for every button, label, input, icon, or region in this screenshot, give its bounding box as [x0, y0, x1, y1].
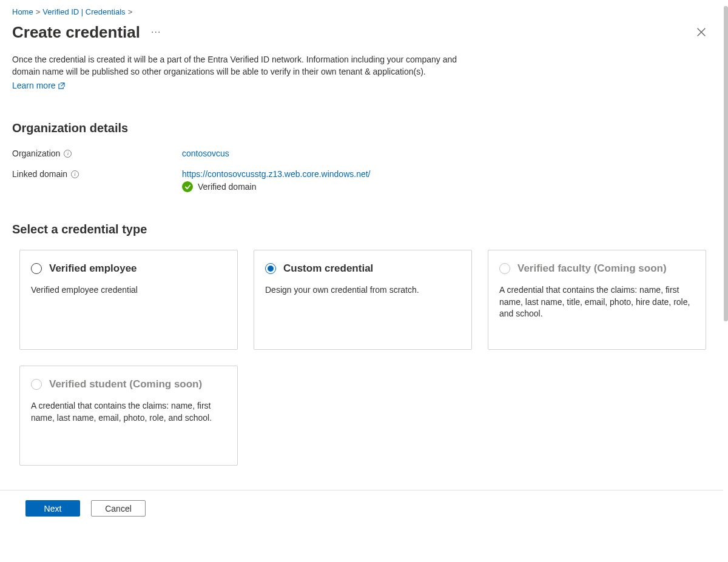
- org-label: Organization i: [12, 149, 182, 158]
- card-title: Verified student (Coming soon): [49, 378, 202, 390]
- verified-domain-status: Verified domain: [182, 181, 371, 192]
- org-label-text: Organization: [12, 149, 60, 158]
- footer-bar: Next Cancel: [0, 490, 723, 527]
- linked-domain-link[interactable]: https://contosovcusstg.z13.web.core.wind…: [182, 169, 371, 179]
- card-description: Design your own credential from scratch.: [265, 284, 460, 296]
- next-button[interactable]: Next: [25, 500, 80, 517]
- learn-more-link[interactable]: Learn more: [12, 81, 65, 90]
- checkmark-icon: [182, 181, 193, 192]
- cancel-button[interactable]: Cancel: [91, 500, 146, 517]
- card-description: A credential that contains the claims: n…: [499, 284, 695, 320]
- card-verified-employee[interactable]: Verified employee Verified employee cred…: [19, 250, 238, 350]
- breadcrumb-home[interactable]: Home: [12, 7, 33, 16]
- org-details-heading: Organization details: [12, 121, 711, 135]
- select-type-heading: Select a credential type: [12, 222, 711, 236]
- page-title: Create credential: [12, 23, 140, 42]
- card-custom-credential[interactable]: Custom credential Design your own creden…: [254, 250, 472, 350]
- linked-domain-value: https://contosovcusstg.z13.web.core.wind…: [182, 169, 371, 192]
- card-title: Custom credential: [283, 263, 373, 275]
- card-description: Verified employee credential: [31, 284, 226, 296]
- linked-domain-row: Linked domain i https://contosovcusstg.z…: [12, 169, 711, 192]
- breadcrumb-separator: >: [36, 7, 41, 16]
- radio-verified-student: [31, 379, 42, 390]
- card-title: Verified employee: [49, 263, 137, 275]
- breadcrumb: Home > Verified ID | Credentials >: [12, 7, 711, 16]
- intro-text: Once the credential is created it will b…: [12, 54, 485, 78]
- radio-custom-credential[interactable]: [265, 263, 276, 274]
- scrollbar[interactable]: [724, 6, 728, 321]
- more-actions-button[interactable]: ···: [149, 24, 163, 40]
- radio-verified-employee[interactable]: [31, 263, 42, 274]
- card-description: A credential that contains the claims: n…: [31, 400, 226, 424]
- org-row: Organization i contosovcus: [12, 149, 711, 158]
- info-icon[interactable]: i: [71, 170, 79, 178]
- card-verified-faculty: Verified faculty (Coming soon) A credent…: [488, 250, 706, 350]
- info-icon[interactable]: i: [64, 150, 72, 158]
- radio-verified-faculty: [499, 263, 510, 274]
- close-icon: [697, 28, 706, 36]
- verified-domain-label: Verified domain: [198, 182, 257, 192]
- org-value: contosovcus: [182, 149, 229, 158]
- credential-type-cards: Verified employee Verified employee cred…: [19, 250, 711, 466]
- external-link-icon: [58, 82, 65, 89]
- org-link[interactable]: contosovcus: [182, 149, 229, 158]
- linked-domain-label: Linked domain i: [12, 169, 182, 179]
- card-verified-student: Verified student (Coming soon) A credent…: [19, 366, 238, 466]
- linked-domain-label-text: Linked domain: [12, 169, 67, 179]
- close-button[interactable]: [692, 22, 711, 42]
- card-title: Verified faculty (Coming soon): [517, 263, 667, 275]
- breadcrumb-separator: >: [128, 7, 133, 16]
- page-header: Create credential ···: [12, 22, 711, 42]
- learn-more-label: Learn more: [12, 81, 56, 90]
- breadcrumb-verified-id[interactable]: Verified ID | Credentials: [42, 7, 125, 16]
